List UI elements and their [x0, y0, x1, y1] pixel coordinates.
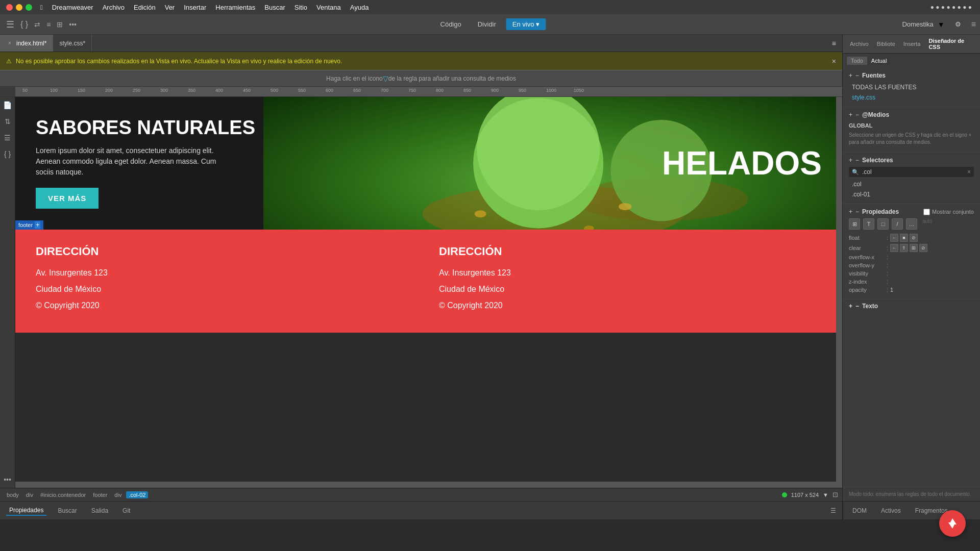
selectores-minus-icon[interactable]: − [855, 157, 859, 164]
bottom-right-tab-dom[interactable]: DOM [849, 506, 870, 515]
sync-icon[interactable]: ⇄ [32, 20, 42, 29]
layers-icon[interactable]: ≡ [44, 20, 53, 29]
prop-float-icon2[interactable]: ■ [900, 234, 908, 242]
prop-clear-icon2[interactable]: ⇑ [900, 244, 908, 252]
status-layout-icon[interactable]: ⊡ [832, 491, 838, 498]
index-tab[interactable]: × index.html* [0, 35, 53, 52]
bottom-panel-options-icon[interactable]: ☰ [830, 507, 836, 514]
tab-close-icon[interactable]: × [6, 40, 13, 47]
en-vivo-btn[interactable]: En vivo ▾ [506, 18, 546, 30]
selector-col01-item[interactable]: .col-01 [849, 189, 974, 199]
menu-dreamweaver[interactable]: Dreamweaver [52, 4, 93, 11]
dividir-btn[interactable]: Dividir [472, 18, 502, 30]
style-tab[interactable]: style.css* [53, 35, 92, 52]
breadcrumb-footer[interactable]: footer [90, 491, 110, 498]
status-dropdown-icon[interactable]: ▼ [823, 492, 828, 498]
minimize-btn[interactable] [16, 4, 22, 11]
selector-search-box[interactable]: 🔍 × [849, 167, 974, 177]
canvas-column: × index.html* style.css* ≡ ⚠ No es posib… [0, 35, 842, 519]
menu-buscar[interactable]: Buscar [264, 4, 285, 11]
elements-icon[interactable]: ⊞ [55, 20, 65, 29]
canvas-horizontal-scrollbar[interactable] [15, 482, 836, 488]
menu-ventana[interactable]: Ventana [316, 4, 341, 11]
prop-clear-icon1[interactable]: ← [890, 244, 898, 252]
fuentes-minus-icon[interactable]: − [855, 72, 859, 79]
bottom-tab-git[interactable]: Git [119, 506, 133, 515]
selector-col-item[interactable]: .col [849, 179, 974, 189]
fuentes-collapse-icon[interactable]: + [849, 72, 852, 79]
maximize-btn[interactable] [26, 4, 32, 11]
warning-close-btn[interactable]: × [832, 57, 836, 65]
code-icon[interactable]: { } [18, 20, 30, 29]
prop-icon-dots[interactable]: … [906, 218, 917, 230]
medios-collapse-icon[interactable]: + [849, 111, 852, 118]
apple-icon[interactable]:  [40, 4, 43, 11]
selector-clear-icon[interactable]: × [967, 168, 971, 176]
mostrar-conjunto-checkbox[interactable]: Mostrar conjunto [923, 209, 974, 215]
canvas-vertical-scrollbar[interactable] [836, 97, 842, 488]
selector-search-input[interactable] [862, 168, 964, 176]
menu-bars-icon[interactable]: ≡ [971, 20, 976, 29]
index-tab-label: index.html* [16, 40, 46, 47]
texto-minus-icon[interactable]: − [855, 303, 859, 310]
panel-tab-archivo[interactable]: Archivo [847, 40, 872, 48]
breadcrumb-div1[interactable]: div [23, 491, 36, 498]
panel-tab-inserta[interactable]: Inserta [900, 40, 924, 48]
toolbar-right: Domestika ▼ ⚙ ≡ [902, 18, 976, 30]
panel-tab-bibliote[interactable]: Bibliote [874, 40, 898, 48]
prop-float-icon3[interactable]: ⊘ [910, 234, 918, 242]
selectores-collapse-icon[interactable]: + [849, 157, 852, 164]
menu-insertar[interactable]: Insertar [184, 4, 206, 11]
prop-clear-icon4[interactable]: ⊘ [919, 244, 927, 252]
prop-icon-box[interactable]: □ [877, 218, 889, 230]
codigo-btn[interactable]: Código [434, 18, 468, 30]
breadcrumb-inicio[interactable]: #inicio.contenedor [38, 491, 88, 498]
prop-clear-icon3[interactable]: ⊞ [910, 244, 918, 252]
menu-herramientas[interactable]: Herramientas [215, 4, 255, 11]
menu-ayuda[interactable]: Ayuda [350, 4, 369, 11]
menu-archivo[interactable]: Archivo [103, 4, 125, 11]
breadcrumb-div2[interactable]: div [112, 491, 124, 498]
tab-filter-icon[interactable]: ≡ [826, 35, 842, 52]
bottom-tab-salida[interactable]: Salida [88, 506, 111, 515]
fuentes-all-item[interactable]: TODAS LAS FUENTES [849, 82, 974, 92]
mostrar-conjunto-input[interactable] [923, 209, 930, 215]
left-icon-more[interactable]: ••• [2, 473, 14, 486]
account-icon[interactable]: ▼ [938, 20, 945, 29]
domestika-label: Domestika [902, 20, 933, 28]
settings-icon[interactable]: ⚙ [949, 18, 967, 30]
propiedades-collapse-icon[interactable]: + [849, 208, 852, 215]
ruler-mark-900: 900 [491, 88, 499, 93]
menu-sitio[interactable]: Sitio [295, 4, 307, 11]
prop-icon-text[interactable]: T [863, 218, 874, 230]
toggle-todo-btn[interactable]: Todo [847, 57, 867, 65]
menu-edicion[interactable]: Edición [134, 4, 156, 11]
prop-float-icon1[interactable]: ← [890, 234, 898, 242]
breadcrumb-body[interactable]: body [4, 491, 21, 498]
left-icon-snippets[interactable]: { } [2, 148, 14, 160]
bottom-right-tab-activos[interactable]: Activos [878, 506, 904, 515]
prop-icon-grid[interactable]: ⊞ [849, 218, 860, 230]
bottom-tab-buscar[interactable]: Buscar [55, 506, 80, 515]
traffic-lights[interactable] [6, 4, 32, 11]
prop-icon-slash[interactable]: / [892, 218, 903, 230]
footer-tag-plus-btn[interactable]: + [35, 221, 40, 229]
menu-ver[interactable]: Ver [165, 4, 175, 11]
breadcrumb-col02[interactable]: .col-02 [126, 491, 148, 498]
left-icon-files[interactable]: 📄 [2, 99, 14, 111]
left-icon-layers[interactable]: ☰ [2, 132, 14, 144]
ver-mas-btn[interactable]: VER MÁS [36, 188, 99, 209]
toggle-actual-btn[interactable]: Actual [867, 57, 891, 65]
left-icon-arrows[interactable]: ⇅ [2, 115, 14, 128]
medios-minus-icon[interactable]: − [855, 111, 859, 118]
fuentes-stylecss-item[interactable]: style.css [849, 92, 974, 103]
propiedades-minus-icon[interactable]: − [855, 208, 859, 215]
texto-collapse-icon[interactable]: + [849, 303, 852, 310]
sidebar-toggle-icon[interactable]: ☰ [4, 19, 16, 30]
close-btn[interactable] [6, 4, 13, 11]
fab-button[interactable] [939, 510, 966, 537]
panel-tab-disenador[interactable]: Diseñador de CSS [925, 37, 976, 51]
more-icon[interactable]: ••• [67, 20, 79, 29]
panel-top-tabs: Archivo Bibliote Inserta Diseñador de CS… [843, 35, 980, 54]
bottom-tab-propiedades[interactable]: Propiedades [6, 506, 46, 516]
